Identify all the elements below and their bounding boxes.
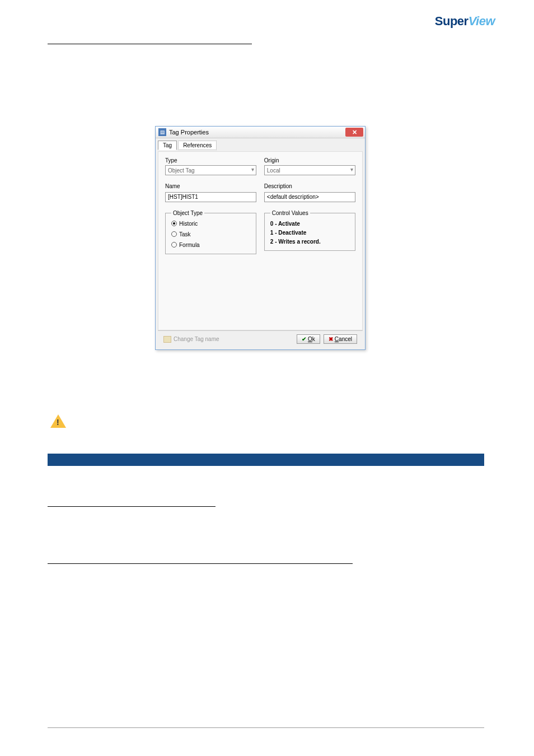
radio-icon (171, 242, 177, 248)
control-value-0: 0 - Activate (270, 221, 349, 227)
cancel-button[interactable]: ✖ Cancel (324, 334, 357, 344)
radio-icon (171, 231, 177, 237)
radio-task[interactable]: Task (171, 231, 250, 237)
radio-historic[interactable]: Historic (171, 221, 250, 227)
close-icon: ✕ (352, 129, 357, 136)
radio-task-label: Task (179, 231, 191, 237)
control-value-1: 1 - Deactivate (270, 230, 349, 236)
origin-label: Origin (264, 157, 355, 164)
check-icon: ✔ (302, 336, 306, 342)
control-values-fieldset: Control Values 0 - Activate 1 - Deactiva… (264, 210, 355, 251)
object-type-fieldset: Object Type Historic Task (165, 210, 256, 254)
name-label: Name (165, 183, 256, 189)
origin-dropdown[interactable]: Local (264, 165, 355, 175)
logo-text-accent: View (469, 14, 495, 28)
radio-icon (171, 221, 177, 226)
dialog-footer: Change Tag name ✔ Ok ✖ Cancel (158, 330, 363, 347)
description-label: Description (264, 183, 355, 189)
cancel-label: Cancel (335, 336, 352, 342)
type-label: Type (165, 157, 256, 164)
close-button[interactable]: ✕ (345, 128, 363, 137)
logo: SuperView (435, 14, 495, 29)
change-tag-name-button[interactable]: Change Tag name (163, 336, 219, 343)
radio-historic-label: Historic (179, 221, 198, 227)
dialog-content: Type Object Tag Origin Local Name Descri… (158, 151, 363, 330)
change-tag-name-label: Change Tag name (174, 336, 219, 342)
tab-strip: Tag References (158, 141, 363, 150)
ok-button[interactable]: ✔ Ok (297, 334, 320, 344)
dialog-title-icon: ▤ (158, 128, 166, 136)
control-value-2: 2 - Writes a record. (270, 239, 349, 245)
dialog-titlebar: ▤ Tag Properties ✕ (156, 127, 365, 138)
name-input[interactable] (165, 192, 256, 202)
rename-icon (163, 336, 171, 343)
dialog-body: Tag References Type Object Tag Origin Lo… (156, 138, 365, 349)
type-dropdown[interactable]: Object Tag (165, 165, 256, 175)
logo-text-main: Super (435, 14, 469, 28)
control-values-legend: Control Values (270, 210, 310, 216)
dialog-title-text: Tag Properties (169, 129, 209, 136)
footer-divider (48, 727, 484, 728)
object-type-legend: Object Type (171, 210, 204, 216)
x-icon: ✖ (329, 336, 333, 342)
subsection-underline-2 (48, 563, 353, 564)
section-underline (48, 44, 252, 44)
subsection-underline-1 (48, 506, 216, 507)
tab-references[interactable]: References (178, 141, 217, 150)
ok-label: Ok (308, 336, 315, 342)
section-header-bar (48, 454, 484, 466)
radio-formula-label: Formula (179, 242, 200, 248)
tag-properties-dialog: ▤ Tag Properties ✕ Tag References Type O… (155, 126, 366, 350)
radio-formula[interactable]: Formula (171, 242, 250, 248)
warning-icon (50, 414, 66, 430)
description-input[interactable] (264, 192, 355, 202)
tab-tag[interactable]: Tag (158, 141, 177, 150)
